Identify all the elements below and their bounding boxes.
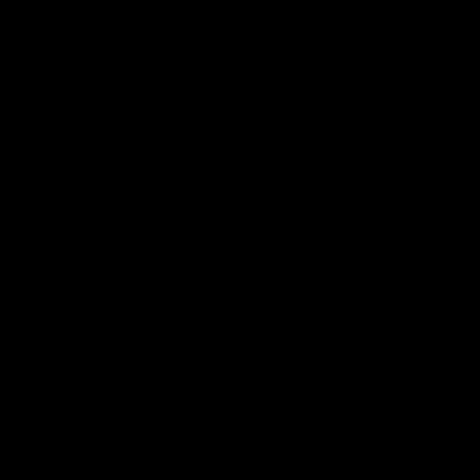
chart-container bbox=[0, 0, 476, 476]
curve-layer bbox=[19, 20, 457, 457]
plot-area bbox=[19, 20, 457, 457]
